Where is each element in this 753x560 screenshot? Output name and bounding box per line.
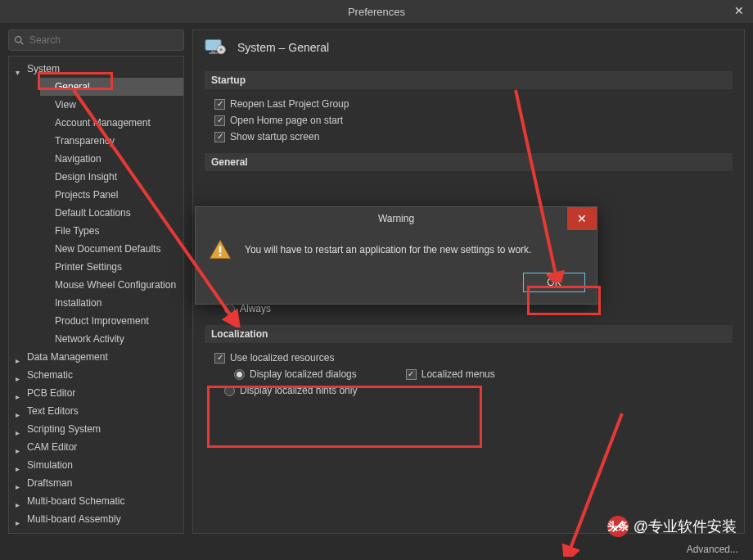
tree-item-general[interactable]: General — [40, 78, 183, 96]
search-input[interactable] — [29, 34, 178, 46]
section-general: General — [205, 153, 733, 171]
section-startup: Startup — [205, 71, 733, 89]
tree-label: PCB Editor — [27, 386, 75, 400]
sidebar: System GeneralViewAccount ManagementTran… — [8, 29, 184, 534]
search-box[interactable] — [8, 29, 184, 51]
tree-item-printer-settings[interactable]: Printer Settings — [40, 258, 183, 276]
svg-rect-3 — [211, 51, 215, 52]
advanced-link[interactable]: Advanced... — [687, 544, 738, 555]
nav-tree: System GeneralViewAccount ManagementTran… — [8, 56, 184, 534]
watermark-text: @专业软件安装 — [634, 517, 737, 536]
tree-node-system[interactable]: System — [9, 60, 183, 78]
dialog-close-button[interactable]: ✕ — [567, 207, 597, 230]
tree-label: System — [27, 61, 60, 76]
label: Always — [240, 303, 271, 314]
chk-show-startup[interactable]: Show startup screen — [205, 129, 733, 145]
chevron-down-icon — [16, 65, 24, 73]
chevron-right-icon — [16, 353, 24, 361]
search-icon — [14, 35, 25, 46]
dialog-titlebar: Warning ✕ — [196, 207, 597, 230]
section-localization: Localization — [205, 325, 733, 343]
tree-node-multi-board-schematic[interactable]: Multi-board Schematic — [9, 492, 183, 510]
chevron-right-icon — [16, 515, 24, 523]
tree-label: Data Management — [27, 350, 108, 364]
chk-localized-menus[interactable]: Localized menus — [406, 366, 495, 382]
svg-rect-4 — [209, 52, 218, 54]
tree-node-pcb-editor[interactable]: PCB Editor — [9, 384, 183, 402]
label: Display localized dialogs — [250, 368, 357, 380]
titlebar: Preferences ✕ — [0, 0, 753, 23]
tree-node-text-editors[interactable]: Text Editors — [9, 402, 183, 420]
label: Display localized hints only — [240, 385, 357, 396]
checkbox-icon — [214, 99, 225, 110]
tree-item-new-document-defaults[interactable]: New Document Defaults — [40, 240, 183, 258]
label: Open Home page on start — [230, 115, 343, 126]
tree-label: Text Editors — [27, 404, 79, 418]
tree-item-transparency[interactable]: Transparency — [40, 132, 183, 150]
chk-use-localized[interactable]: Use localized resources — [205, 350, 733, 366]
tree-item-projects-panel[interactable]: Projects Panel — [40, 186, 183, 204]
tree-node-cam-editor[interactable]: CAM Editor — [9, 438, 183, 456]
chevron-right-icon — [16, 425, 24, 433]
tree-item-default-locations[interactable]: Default Locations — [40, 204, 183, 222]
tree-item-network-activity[interactable]: Network Activity — [40, 330, 183, 348]
radio-icon — [234, 369, 245, 380]
tree-node-scripting-system[interactable]: Scripting System — [9, 420, 183, 438]
dialog-message: You will have to restart an application … — [245, 244, 584, 255]
tree-label: Draftsman — [27, 476, 72, 490]
warning-icon — [209, 238, 232, 261]
watermark-badge: 头条 — [607, 516, 629, 537]
label: Localized menus — [422, 368, 495, 380]
chevron-right-icon — [16, 389, 24, 397]
tree-node-multi-board-assembly[interactable]: Multi-board Assembly — [9, 510, 183, 528]
tree-label: Multi-board Assembly — [27, 512, 121, 526]
tree-label: Simulation — [27, 458, 73, 472]
tree-item-navigation[interactable]: Navigation — [40, 150, 183, 168]
tree-item-product-improvement[interactable]: Product Improvement — [40, 312, 183, 330]
tree-item-view[interactable]: View — [40, 96, 183, 114]
dialog-body: You will have to restart an application … — [196, 230, 597, 266]
tree-node-data-management[interactable]: Data Management — [9, 348, 183, 366]
checkbox-icon — [406, 369, 417, 380]
warning-dialog: Warning ✕ You will have to restart an ap… — [195, 206, 597, 305]
chevron-right-icon — [16, 407, 24, 415]
gear-monitor-icon — [205, 38, 228, 56]
rdo-display-dialogs[interactable]: Display localized dialogs — [224, 366, 357, 382]
tree-node-draftsman[interactable]: Draftsman — [9, 474, 183, 492]
tree-item-design-insight[interactable]: Design Insight — [40, 168, 183, 186]
tree-label: Multi-board Schematic — [27, 494, 124, 508]
tree-item-mouse-wheel-configuration[interactable]: Mouse Wheel Configuration — [40, 276, 183, 294]
chevron-right-icon — [16, 443, 24, 451]
window-title: Preferences — [348, 6, 405, 18]
watermark: 头条 @专业软件安装 — [607, 516, 737, 537]
checkbox-icon — [214, 115, 225, 126]
tree-label: Scripting System — [27, 422, 101, 436]
chevron-right-icon — [16, 497, 24, 505]
close-icon[interactable]: ✕ — [732, 3, 746, 18]
checkbox-icon — [214, 132, 225, 142]
radio-icon — [224, 304, 235, 314]
svg-point-6 — [219, 48, 223, 52]
ok-button[interactable]: OK — [523, 273, 585, 292]
dialog-title: Warning — [378, 213, 414, 224]
chevron-right-icon — [16, 371, 24, 379]
tree-item-installation[interactable]: Installation — [40, 294, 183, 312]
label: Show startup screen — [230, 131, 319, 142]
label: Use localized resources — [230, 352, 334, 364]
tree-label: CAM Editor — [27, 440, 77, 454]
tree-node-simulation[interactable]: Simulation — [9, 456, 183, 474]
chevron-right-icon — [16, 479, 24, 487]
chevron-right-icon — [16, 461, 24, 469]
tree-item-account-management[interactable]: Account Management — [40, 114, 183, 132]
svg-point-0 — [16, 36, 21, 42]
page-title: System – General — [237, 41, 329, 54]
svg-rect-9 — [219, 254, 222, 256]
tree-item-file-types[interactable]: File Types — [40, 222, 183, 240]
tree-node-schematic[interactable]: Schematic — [9, 366, 183, 384]
rdo-display-hints[interactable]: Display localized hints only — [205, 382, 733, 399]
tree-label: Schematic — [27, 368, 73, 382]
chk-reopen-last[interactable]: Reopen Last Project Group — [205, 96, 733, 112]
radio-icon — [224, 386, 235, 396]
chk-open-home[interactable]: Open Home page on start — [205, 112, 733, 129]
svg-line-1 — [20, 42, 23, 44]
